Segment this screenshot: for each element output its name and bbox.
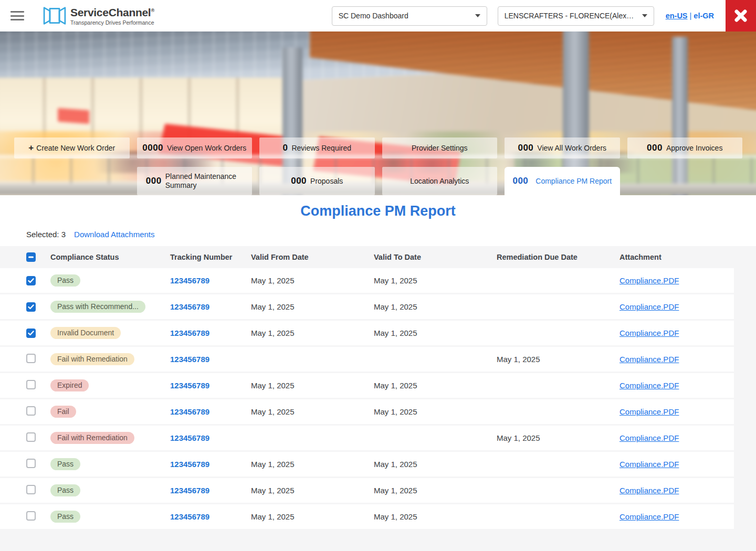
app-screen: ServiceChannel® Transparency Drives Perf…: [0, 0, 756, 551]
quick-action-count: 0000: [142, 143, 163, 153]
row-checkbox[interactable]: [26, 302, 36, 312]
plus-icon: +: [28, 143, 34, 153]
row-checkbox[interactable]: [26, 511, 36, 521]
select-all-checkbox[interactable]: [26, 252, 36, 262]
status-badge: Fail with Remediation: [50, 353, 134, 365]
tracking-cell: 123456789: [170, 381, 251, 390]
row-checkbox-cell: [0, 354, 47, 365]
quick-action-label: Approve Invoices: [666, 144, 722, 152]
row-checkbox[interactable]: [26, 380, 36, 389]
valid-from-date: May 1, 2025: [251, 407, 374, 416]
status-cell: Fail with Remediation: [47, 353, 170, 365]
status-cell: Pass: [47, 458, 170, 470]
quick-action-view-all-work-orders[interactable]: 000View All Work Orders: [505, 137, 620, 158]
tracking-cell: 123456789: [170, 460, 251, 469]
tracking-number-link[interactable]: 123456789: [170, 302, 209, 311]
quick-action-label: View Open Work Orders: [167, 144, 246, 152]
column-header-valid-to-date: Valid To Date: [374, 253, 497, 261]
row-checkbox-cell: [0, 276, 47, 285]
valid-to-date: May 1, 2025: [374, 381, 497, 390]
quick-action-location-analytics[interactable]: Location Analytics: [382, 167, 498, 195]
quick-action-approve-invoices[interactable]: 000Approve Invoices: [627, 137, 743, 158]
quick-action-reviews-required[interactable]: 0Reviews Required: [259, 137, 375, 158]
selection-toolbar: Selected: 3 Download Attachments: [0, 222, 756, 246]
attachment-cell: Compliance.PDF: [620, 329, 734, 338]
quick-action-provider-settings[interactable]: Provider Settings: [382, 137, 498, 158]
status-badge: Pass: [50, 511, 80, 523]
tracking-number-link[interactable]: 123456789: [170, 512, 209, 521]
dashboard-select[interactable]: SC Demo Dashboard: [332, 6, 487, 26]
row-checkbox-cell: [0, 485, 47, 496]
check-icon: [28, 278, 34, 283]
row-checkbox[interactable]: [26, 354, 36, 363]
tracking-number-link[interactable]: 123456789: [170, 407, 209, 416]
row-checkbox[interactable]: [26, 329, 36, 338]
row-checkbox-cell: [0, 302, 47, 312]
status-badge: Expired: [50, 379, 89, 391]
table-row: Pass with Recommend...123456789May 1, 20…: [0, 294, 734, 319]
status-badge: Pass: [50, 458, 80, 470]
table-row: Invalid Document123456789May 1, 2025May …: [0, 321, 734, 345]
tracking-cell: 123456789: [170, 276, 251, 285]
language-link-el-gr[interactable]: el-GR: [694, 12, 714, 20]
quick-action-planned-maintenance-summary[interactable]: 000Planned Maintenance Summary: [137, 167, 253, 195]
location-select-value: LENSCRAFTERS - FLORENCE(Alex) MALL ...: [505, 12, 635, 20]
status-cell: Fail with Remediation: [47, 432, 170, 444]
download-attachments-link[interactable]: Download Attachments: [74, 230, 154, 239]
attachment-link[interactable]: Compliance.PDF: [620, 407, 679, 416]
remediation-due-date: May 1, 2025: [497, 355, 620, 364]
location-select[interactable]: LENSCRAFTERS - FLORENCE(Alex) MALL ...: [498, 6, 654, 26]
tracking-number-link[interactable]: 123456789: [170, 276, 209, 285]
row-checkbox-cell: [0, 432, 47, 444]
tracking-cell: 123456789: [170, 512, 251, 522]
row-checkbox[interactable]: [26, 459, 36, 468]
quick-action-create-new-work-order[interactable]: +Create New Work Order: [14, 137, 130, 158]
tracking-cell: 123456789: [170, 302, 251, 312]
chevron-down-icon: [642, 14, 647, 17]
tracking-number-link[interactable]: 123456789: [170, 460, 209, 469]
quick-action-view-open-work-orders[interactable]: 0000View Open Work Orders: [137, 137, 253, 158]
quick-action-count: 000: [647, 143, 663, 153]
valid-to-date: May 1, 2025: [374, 329, 497, 337]
attachment-link[interactable]: Compliance.PDF: [620, 433, 679, 442]
attachment-cell: Compliance.PDF: [620, 512, 734, 522]
attachment-link[interactable]: Compliance.PDF: [620, 512, 679, 521]
tracking-number-link[interactable]: 123456789: [170, 355, 209, 364]
attachment-link[interactable]: Compliance.PDF: [620, 486, 679, 495]
close-button[interactable]: [726, 0, 756, 31]
attachment-link[interactable]: Compliance.PDF: [620, 355, 679, 364]
table-row: Pass123456789May 1, 2025May 1, 2025Compl…: [0, 268, 734, 293]
hamburger-menu-icon[interactable]: [10, 11, 24, 20]
column-header-compliance-status: Compliance Status: [47, 253, 170, 261]
attachment-link[interactable]: Compliance.PDF: [620, 302, 679, 311]
tracking-cell: 123456789: [170, 329, 251, 338]
attachment-cell: Compliance.PDF: [620, 460, 734, 469]
row-checkbox[interactable]: [26, 485, 36, 494]
row-checkbox[interactable]: [26, 432, 36, 442]
row-checkbox[interactable]: [26, 406, 36, 416]
attachment-link[interactable]: Compliance.PDF: [620, 276, 679, 285]
attachment-cell: Compliance.PDF: [620, 355, 734, 364]
valid-to-date: May 1, 2025: [374, 486, 497, 495]
quick-action-placeholder: [627, 167, 743, 195]
logo-title: ServiceChannel: [70, 6, 151, 18]
row-checkbox[interactable]: [26, 276, 36, 285]
table-body: Pass123456789May 1, 2025May 1, 2025Compl…: [0, 268, 734, 529]
tracking-number-link[interactable]: 123456789: [170, 381, 209, 390]
quick-action-proposals[interactable]: 000Proposals: [259, 167, 375, 195]
tracking-number-link[interactable]: 123456789: [170, 433, 209, 442]
attachment-link[interactable]: Compliance.PDF: [620, 460, 679, 469]
language-link-en-us[interactable]: en-US: [666, 12, 688, 20]
quick-action-placeholder: [14, 167, 130, 195]
quick-action-count: 000: [146, 176, 162, 186]
valid-from-date: May 1, 2025: [251, 381, 374, 390]
column-header-attachment: Attachment: [620, 253, 734, 261]
attachment-link[interactable]: Compliance.PDF: [620, 329, 679, 337]
attachment-link[interactable]: Compliance.PDF: [620, 381, 679, 390]
valid-to-date: May 1, 2025: [374, 512, 497, 521]
servicechannel-logo: ServiceChannel® Transparency Drives Perf…: [43, 6, 154, 26]
tracking-number-link[interactable]: 123456789: [170, 486, 209, 495]
tracking-number-link[interactable]: 123456789: [170, 329, 209, 337]
valid-to-date: May 1, 2025: [374, 276, 497, 285]
quick-action-compliance-pm-report[interactable]: 000Compliance PM Report: [505, 167, 620, 195]
